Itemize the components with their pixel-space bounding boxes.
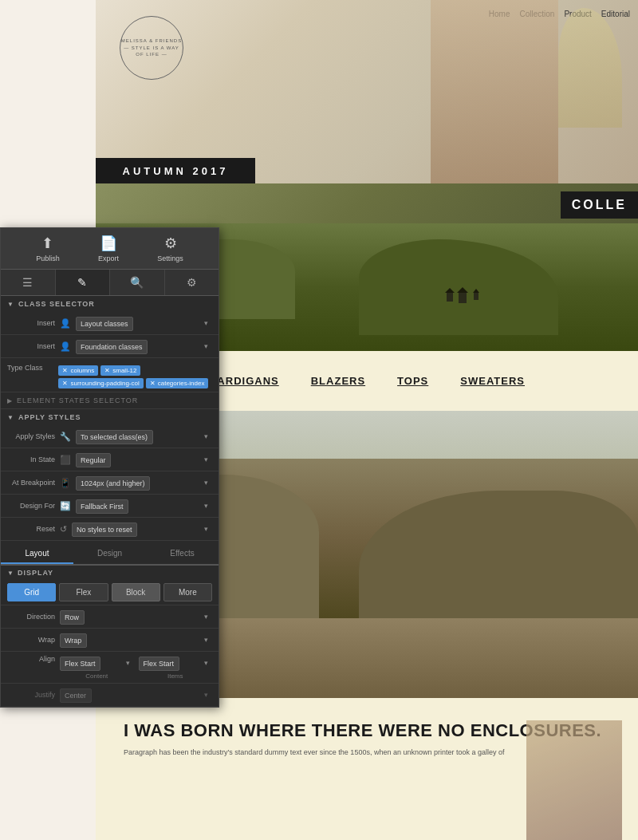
display-more-btn[interactable]: More [163,583,212,601]
tab-gear[interactable]: ⚙ [165,270,219,295]
display-buttons: Grid Flex Block More [1,580,219,605]
category-cardigans[interactable]: CARDIGANS [209,375,279,387]
edit-icon: ✎ [77,276,87,289]
tag-surrounding-text: surrounding-padding-col [70,380,139,387]
gear-icon: ⚙ [187,276,197,289]
direction-select[interactable]: Row [60,610,85,625]
display-flex-btn[interactable]: Flex [59,583,108,601]
breakpoint-wrapper[interactable]: 1024px (and higher) [76,475,212,491]
category-sweaters[interactable]: SWEATERS [460,375,525,387]
apply-styles-select[interactable]: To selected class(es) [76,430,153,444]
design-for-label: Design For [7,502,55,510]
hero-grass [558,8,622,128]
type-class-label: Type Class [7,364,55,372]
display-block-btn[interactable]: Block [112,583,160,601]
align-items-wrapper[interactable]: Flex Start [139,655,213,671]
sub-tab-effects[interactable]: Effects [146,544,219,564]
apply-styles-title: APPLY STYLES [18,413,81,421]
align-label: Align [7,655,55,663]
in-state-wrapper[interactable]: Regular [76,452,212,467]
align-content-group: Flex Start Content [60,655,134,680]
quote-section: I WAS BORN WHERE THERE WERE NO ENCLOSURE… [96,698,638,840]
wrap-label: Wrap [7,636,55,644]
align-items-group: Flex Start Items [139,655,213,680]
toolbar-publish[interactable]: ⬆ Publish [36,235,60,262]
collection-label: COLLE [561,191,638,219]
hero-logo: MELISSA & FRIENDS— STYLE IS A WAY OF LIF… [120,16,183,80]
search-icon: 🔍 [130,276,144,289]
more-label: More [179,588,197,597]
toolbar-settings[interactable]: ⚙ Settings [157,235,183,262]
category-tops[interactable]: TOPS [397,375,428,387]
panel-content: ▼ CLASS SELECTOR Insert 👤 Layout classes… [1,296,219,707]
insert-layout-row: Insert 👤 Layout classes [1,312,219,335]
apply-styles-wrapper[interactable]: To selected class(es) [76,428,212,444]
layout-classes-wrapper[interactable]: Layout classes [76,315,212,331]
justify-row: Justify Center [1,684,219,707]
layout-classes-select[interactable]: Layout classes [76,317,133,331]
display-grid-btn[interactable]: Grid [7,583,56,601]
category-blazers[interactable]: BLAZERS [311,375,365,387]
tag-categories-text: categories-index [158,380,205,387]
element-states-title: ELEMENT STATES SELECTOR [17,396,138,404]
apply-styles-icon: 🔧 [60,432,71,442]
reset-select[interactable]: No styles to reset [72,523,137,537]
menu-icon: ☰ [22,276,33,289]
publish-icon: ⬆ [41,235,53,252]
align-items-select[interactable]: Flex Start [139,657,179,671]
insert-icon-1: 👤 [60,318,71,329]
justify-wrapper[interactable]: Center [60,687,212,703]
class-selector-header[interactable]: ▼ CLASS SELECTOR [1,296,219,312]
align-content-wrapper[interactable]: Flex Start [60,655,134,671]
nav-editorial[interactable]: Editorial [601,10,630,18]
tag-surrounding[interactable]: ✕ surrounding-padding-col [58,378,143,388]
in-state-icon: ⬛ [60,455,71,465]
apply-styles-header[interactable]: ▼ APPLY STYLES [1,409,219,425]
display-arrow-icon: ▼ [7,570,14,577]
design-for-select[interactable]: Fallback First [76,499,128,514]
reset-row: Reset ↺ No styles to reset [1,518,219,541]
breakpoint-select[interactable]: 1024px (and higher) [76,476,150,491]
settings-label: Settings [157,254,183,262]
block-label: Block [126,588,145,597]
tag-small-12-text: small-12 [112,367,136,374]
hero-figure [431,0,558,183]
direction-row: Direction Row [1,605,219,629]
hero-title: AUTUMN 2017 [123,165,229,177]
align-content-select[interactable]: Flex Start [60,657,100,671]
tag-small-12[interactable]: ✕ small-12 [100,365,140,376]
tab-edit[interactable]: ✎ [56,270,111,295]
insert-label-1: Insert [7,319,55,327]
sub-tab-layout[interactable]: Layout [1,544,73,564]
foundation-classes-select[interactable]: Foundation classes [76,340,148,354]
sub-tab-design[interactable]: Design [73,544,146,564]
hero-section: Home Collection Product Editorial MELISS… [96,0,638,183]
tab-menu[interactable]: ☰ [1,270,56,295]
reset-wrapper[interactable]: No styles to reset [72,521,212,537]
export-icon: 📄 [100,235,117,252]
wrap-select[interactable]: Wrap [60,633,87,648]
tags-area: ✕ columns ✕ small-12 ✕ surrounding-paddi… [58,365,210,388]
insert-icon-2: 👤 [60,341,71,352]
panel-toolbar: ⬆ Publish 📄 Export ⚙ Settings [1,228,219,270]
wrap-wrapper[interactable]: Wrap [60,632,212,648]
tag-columns[interactable]: ✕ columns [58,365,98,376]
in-state-select[interactable]: Regular [76,453,111,467]
flex-label: Flex [76,588,91,597]
settings-icon: ⚙ [164,235,177,252]
publish-label: Publish [36,254,60,262]
tab-search[interactable]: 🔍 [110,270,165,295]
design-label: Design [97,549,122,558]
in-state-row: In State ⬛ Regular [1,448,219,471]
justify-select[interactable]: Center [60,688,92,703]
design-for-wrapper[interactable]: Fallback First [76,498,212,514]
toolbar-export[interactable]: 📄 Export [98,235,119,262]
element-states-header[interactable]: ▶ ELEMENT STATES SELECTOR [1,392,219,409]
foundation-classes-wrapper[interactable]: Foundation classes [76,338,212,354]
layout-label: Layout [25,549,49,558]
direction-wrapper[interactable]: Row [60,609,212,625]
tag-categories[interactable]: ✕ categories-index [146,378,209,388]
display-title: DISPLAY [18,569,53,577]
align-row: Align Flex Start Content Flex Start Item… [1,652,219,684]
wrap-row: Wrap Wrap [1,629,219,652]
